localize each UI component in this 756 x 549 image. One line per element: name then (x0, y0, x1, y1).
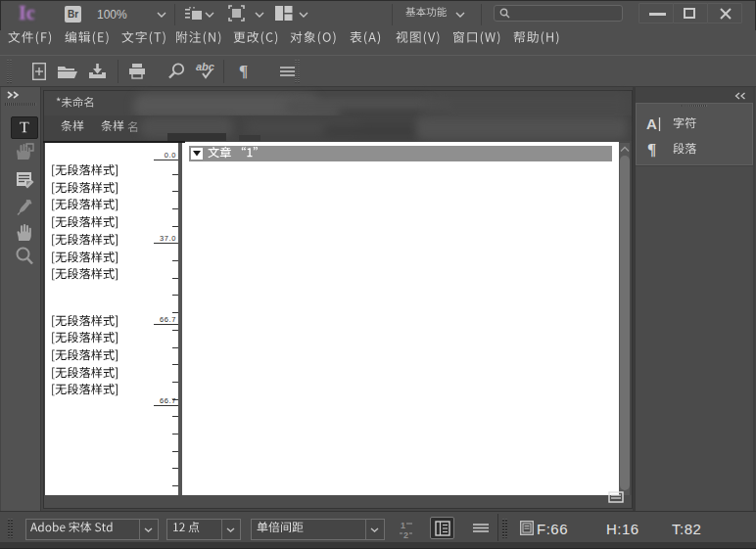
svg-text:2: 2 (403, 530, 408, 540)
svg-text:¶: ¶ (239, 62, 248, 80)
svg-text:¶: ¶ (647, 140, 656, 159)
svg-text:A: A (646, 115, 657, 132)
svg-text:1: 1 (401, 521, 405, 530)
